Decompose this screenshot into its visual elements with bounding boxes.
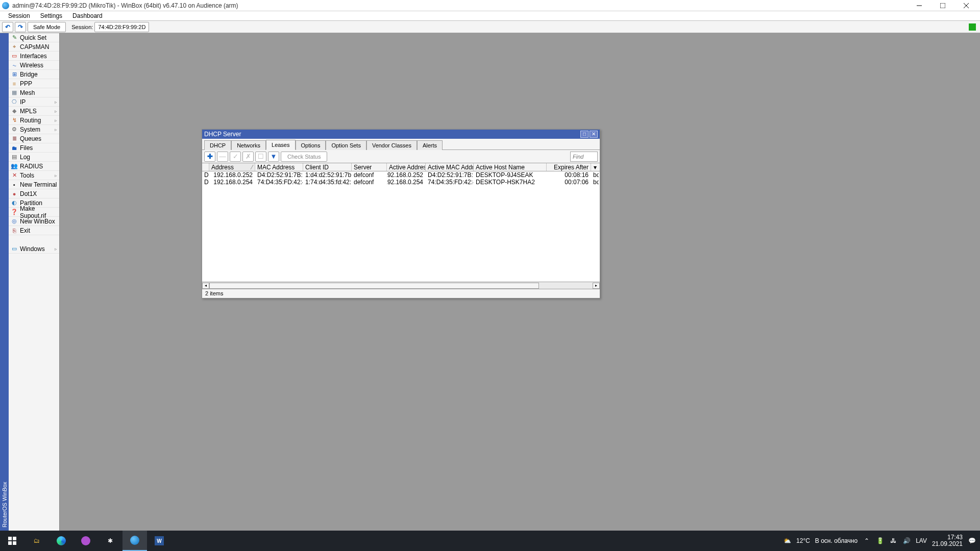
start-button[interactable] — [0, 531, 24, 551]
menu-settings[interactable]: Settings — [35, 11, 67, 20]
add-button[interactable]: ✚ — [204, 152, 215, 162]
sidebar-item-interfaces[interactable]: ▭Interfaces — [9, 52, 59, 61]
col-active-address[interactable]: Active Address — [387, 163, 426, 171]
sidebar-item-label: PPP — [20, 80, 32, 87]
sidebar-icon: ◐ — [11, 199, 18, 207]
sidebar-item-bridge[interactable]: ⊞Bridge — [9, 70, 59, 79]
sidebar-item-mesh[interactable]: ▦Mesh — [9, 88, 59, 97]
col-flag[interactable] — [202, 163, 209, 171]
column-menu-button[interactable]: ▾ — [591, 163, 599, 171]
sidebar-item-dot1x[interactable]: ●Dot1X — [9, 189, 59, 198]
cell-flag: D — [202, 171, 209, 179]
sidebar-icon: ✕ — [11, 172, 18, 179]
language-indicator[interactable]: LAV — [916, 537, 927, 544]
edge-icon[interactable] — [49, 531, 74, 551]
file-explorer-icon[interactable]: 🗂 — [24, 531, 49, 551]
session-value: 74:4D:28:F9:99:2D — [94, 22, 149, 32]
comment-button[interactable]: ☐ — [255, 152, 266, 162]
menu-session[interactable]: Session — [3, 11, 35, 20]
sidebar-item-quick-set[interactable]: ✎Quick Set — [9, 33, 59, 42]
cell-address: 192.168.0.254 — [209, 179, 255, 186]
safe-mode-button[interactable]: Safe Mode — [28, 22, 66, 32]
tray-battery-icon[interactable]: 🔋 — [876, 537, 884, 545]
redo-button[interactable]: ↷ — [15, 22, 26, 32]
sidebar-item-ppp[interactable]: ≡PPP — [9, 79, 59, 88]
col-address[interactable]: Address∕ — [209, 163, 255, 171]
dhcp-window-titlebar[interactable]: DHCP Server □ ✕ — [202, 130, 600, 139]
cell-active-mac: D4:D2:52:91:7B:D9 — [426, 171, 474, 179]
sidebar-item-capsman[interactable]: ⌖CAPsMAN — [9, 42, 59, 52]
sidebar-item-files[interactable]: 🖿Files — [9, 143, 59, 153]
sidebar-item-queues[interactable]: ≣Queues — [9, 134, 59, 143]
tray-chevron-icon[interactable]: ⌃ — [863, 537, 871, 545]
disable-button[interactable]: ✗ — [242, 152, 254, 162]
enable-button[interactable]: ✓ — [230, 152, 241, 162]
sidebar-icon: ⎘ — [11, 227, 18, 234]
clock[interactable]: 17:43 21.09.2021 — [932, 534, 963, 547]
find-input[interactable] — [570, 152, 598, 162]
scroll-right-button[interactable]: ▸ — [593, 283, 600, 289]
inner-maximize-button[interactable]: □ — [580, 131, 589, 138]
tab-vendor-classes[interactable]: Vendor Classes — [366, 140, 417, 150]
sidebar-item-system[interactable]: ⚙System▹ — [9, 125, 59, 134]
sidebar-item-label: Files — [20, 144, 33, 152]
slack-icon[interactable]: ✱ — [98, 531, 122, 551]
menu-dashboard[interactable]: Dashboard — [67, 11, 108, 20]
check-status-button[interactable]: Check Status — [281, 152, 327, 162]
winbox-taskbar-icon[interactable] — [122, 531, 147, 551]
scroll-thumb[interactable] — [209, 283, 539, 289]
action-center-icon[interactable]: 💬 — [968, 537, 976, 545]
sidebar-item-windows[interactable]: ▭Windows▹ — [9, 244, 59, 254]
sidebar-item-new-terminal[interactable]: ▪New Terminal — [9, 180, 59, 189]
col-active-host[interactable]: Active Host Name — [474, 163, 547, 171]
col-mac[interactable]: MAC Address — [255, 163, 303, 171]
sidebar-item-wireless[interactable]: ⏦Wireless — [9, 61, 59, 70]
sidebar-item-tools[interactable]: ✕Tools▹ — [9, 171, 59, 180]
tab-networks[interactable]: Networks — [231, 140, 266, 150]
filter-button[interactable]: ▼ — [268, 152, 279, 162]
sidebar-item-label: Tools — [20, 172, 34, 179]
weather-icon[interactable]: ⛅ — [783, 537, 791, 544]
sidebar-item-label: System — [20, 126, 40, 133]
tab-option-sets[interactable]: Option Sets — [326, 140, 366, 150]
sidebar-item-routing[interactable]: ↯Routing▹ — [9, 116, 59, 125]
lease-row[interactable]: D192.168.0.252D4:D2:52:91:7B:D91:d4:d2:5… — [202, 171, 600, 179]
inner-close-button[interactable]: ✕ — [590, 131, 598, 138]
cell-address: 192.168.0.252 — [209, 171, 255, 179]
sidebar-item-label: MPLS — [20, 108, 37, 115]
remove-button[interactable]: — — [217, 152, 228, 162]
tab-alerts[interactable]: Alerts — [417, 140, 443, 150]
sidebar-item-mpls[interactable]: ◆MPLS▹ — [9, 107, 59, 116]
horizontal-scrollbar[interactable]: ◂ ▸ — [202, 282, 600, 289]
dhcp-window-title: DHCP Server — [204, 131, 241, 138]
close-button[interactable] — [954, 0, 978, 11]
sidebar-item-exit[interactable]: ⎘Exit — [9, 226, 59, 235]
undo-button[interactable]: ↶ — [2, 22, 13, 32]
tab-options[interactable]: Options — [296, 140, 326, 150]
col-active-mac[interactable]: Active MAC Addre... — [426, 163, 474, 171]
dhcp-server-window: DHCP Server □ ✕ DHCPNetworksLeasesOption… — [202, 129, 600, 298]
weather-temp[interactable]: 12°C — [796, 537, 810, 544]
weather-text[interactable]: В осн. облачно — [815, 537, 857, 544]
clock-date: 21.09.2021 — [932, 541, 963, 547]
app-icon-purple[interactable] — [74, 531, 98, 551]
minimize-button[interactable] — [908, 0, 931, 11]
scroll-left-button[interactable]: ◂ — [202, 283, 209, 289]
tray-network-icon[interactable]: 🖧 — [889, 537, 897, 545]
tab-dhcp[interactable]: DHCP — [204, 140, 231, 150]
sidebar-item-make-supout-rif[interactable]: ❓Make Supout.rif — [9, 208, 59, 217]
col-expires[interactable]: Expires After — [547, 163, 591, 171]
tab-leases[interactable]: Leases — [266, 140, 295, 150]
sidebar-item-new-winbox[interactable]: ◎New WinBox — [9, 217, 59, 226]
maximize-button[interactable] — [931, 0, 954, 11]
col-client-id[interactable]: Client ID — [303, 163, 352, 171]
col-server[interactable]: Server — [352, 163, 387, 171]
tray-volume-icon[interactable]: 🔊 — [902, 537, 911, 545]
lease-row[interactable]: D192.168.0.25474:D4:35:FD:42:441:74:d4:3… — [202, 179, 600, 186]
sidebar-item-label: Quick Set — [20, 34, 46, 41]
sidebar-item-radius[interactable]: 👥RADIUS — [9, 162, 59, 171]
word-icon[interactable]: W — [147, 531, 172, 551]
sidebar-item-log[interactable]: ▤Log — [9, 153, 59, 162]
scroll-track[interactable] — [209, 283, 593, 289]
sidebar-item-ip[interactable]: ⎔IP▹ — [9, 97, 59, 107]
